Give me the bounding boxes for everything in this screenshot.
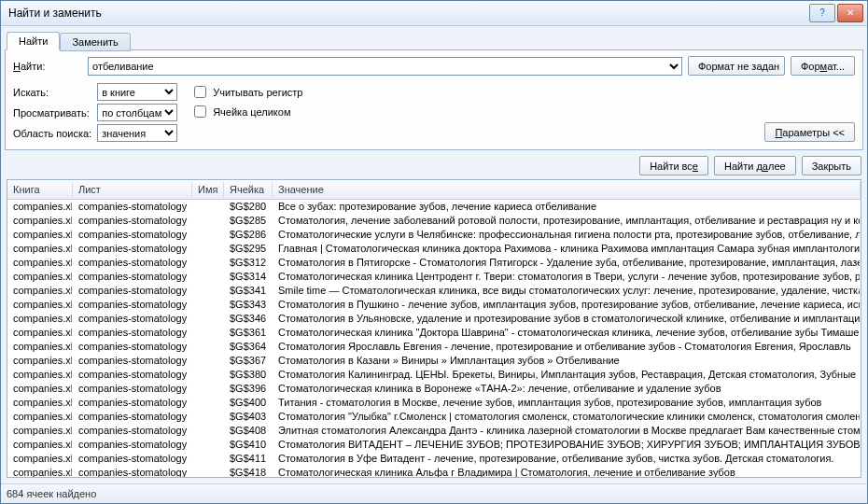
status-bar: 684 ячеек найдено	[1, 483, 867, 503]
action-bar: Найти все Найти далее Закрыть	[5, 150, 863, 179]
col-name[interactable]: Имя	[192, 182, 224, 197]
tab-strip: Найти Заменить	[5, 30, 863, 50]
find-replace-window: Найти и заменить ? ✕ Найти Заменить Найт…	[0, 0, 868, 504]
status-text: 684 ячеек найдено	[7, 488, 96, 499]
results-grid: Книга Лист Имя Ячейка Значение companies…	[7, 179, 861, 478]
table-row[interactable]: companies.xlsxcompanies-stomatology$G$41…	[7, 466, 861, 477]
format-state-button[interactable]: Формат не задан	[688, 56, 785, 76]
look-in-label: Область поиска:	[13, 128, 91, 139]
find-input[interactable]: отбеливание	[88, 57, 682, 76]
search-in-select[interactable]: в книге	[97, 83, 177, 101]
whole-cell-checkbox[interactable]: Ячейка целиком	[190, 103, 302, 120]
match-case-checkbox[interactable]: Учитывать регистр	[190, 83, 302, 101]
col-book[interactable]: Книга	[7, 182, 73, 197]
window-close-button[interactable]: ✕	[837, 4, 863, 22]
look-in-select[interactable]: значения	[97, 124, 177, 142]
col-sheet[interactable]: Лист	[73, 182, 192, 197]
look-by-label: Просматривать:	[13, 107, 91, 119]
tab-replace-label: Заменить	[72, 36, 118, 48]
content: Найти Заменить Найти: отбеливание Формат…	[1, 26, 867, 483]
window-buttons: ? ✕	[809, 4, 863, 22]
look-by-select[interactable]: по столбцам	[97, 104, 177, 121]
col-cell[interactable]: Ячейка	[224, 182, 273, 197]
titlebar[interactable]: Найти и заменить ? ✕	[1, 1, 867, 26]
col-value[interactable]: Значение	[273, 182, 861, 197]
results-header[interactable]: Книга Лист Имя Ячейка Значение	[7, 180, 861, 200]
tab-find-label: Найти	[19, 35, 48, 47]
format-button[interactable]: Формат...	[791, 56, 855, 76]
tab-find[interactable]: Найти	[7, 32, 60, 50]
help-button[interactable]: ?	[809, 4, 835, 22]
find-next-button[interactable]: Найти далее	[714, 156, 796, 175]
close-button[interactable]: Закрыть	[802, 156, 861, 175]
window-title: Найти и заменить	[5, 7, 809, 20]
search-options: Искать: в книге Просматривать: по столбц…	[13, 83, 177, 142]
find-all-button[interactable]: Найти все	[639, 156, 708, 175]
tab-replace[interactable]: Заменить	[60, 33, 130, 51]
search-in-label: Искать:	[13, 87, 91, 98]
results-body[interactable]: companies.xlsxcompanies-stomatology$G$28…	[7, 200, 861, 477]
find-panel: Найти: отбеливание Формат не задан Форма…	[5, 49, 863, 150]
options-toggle-button[interactable]: Параметры <<	[764, 122, 855, 142]
